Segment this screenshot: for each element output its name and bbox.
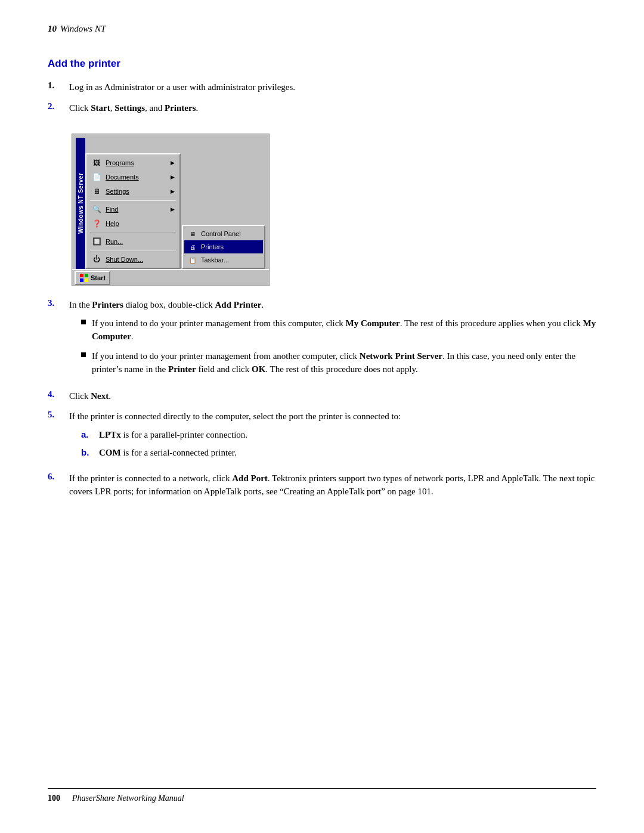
side-label: Windows NT Server (76, 138, 85, 269)
menu-find-label: Find (106, 206, 167, 213)
header-page-number: 10 (48, 24, 57, 34)
start-button[interactable]: Start (75, 271, 110, 285)
run-icon: 🔲 (91, 236, 102, 247)
controlpanel-icon: 🖥 (188, 229, 197, 239)
bullet-item-mycomputer: If you intend to do your printer managem… (81, 317, 596, 343)
taskbar-icon: 📋 (188, 255, 197, 265)
step-3-bullets: If you intend to do your printer managem… (69, 317, 596, 376)
svg-rect-1 (85, 274, 88, 277)
submenu-item-printers[interactable]: 🖨 Printers (184, 240, 263, 253)
bullet-square-icon-2 (81, 352, 86, 357)
step-1: 1. Log in as Administrator or a user wit… (48, 80, 596, 94)
alpha-item-com: b. COM is for a serial-connected printer… (81, 446, 596, 460)
start-button-label: Start (91, 274, 106, 281)
step-4-content: Click Next. (69, 389, 596, 403)
menu-programs-label: Programs (106, 159, 167, 166)
menu-separator-2 (90, 232, 176, 233)
step-5-content: If the printer is connected directly to … (69, 410, 596, 465)
bullet-networkprint-text: If you intend to do your printer managem… (92, 349, 596, 376)
menu-item-run[interactable]: 🔲 Run... (88, 234, 178, 249)
svg-rect-3 (85, 278, 88, 282)
step-6-num: 6. (48, 472, 69, 482)
steps-list-continued: 3. In the Printers dialog box, double-cl… (48, 298, 596, 498)
documents-icon: 📄 (91, 172, 102, 182)
step-2-num: 2. (48, 101, 69, 112)
step-6-content: If the printer is connected to a network… (69, 472, 596, 498)
find-arrow: ▶ (171, 206, 175, 212)
menu-item-documents[interactable]: 📄 Documents ▶ (88, 170, 178, 184)
svg-rect-2 (80, 278, 83, 282)
alpha-lptx-text: LPTx is for a parallel-printer connectio… (99, 428, 247, 442)
bullet-mycomputer-text: If you intend to do your printer managem… (92, 317, 596, 343)
taskbar: Start (72, 269, 269, 286)
step-2-content: Click Start, Settings, and Printers. (69, 101, 596, 115)
footer-doc-title: PhaserShare Networking Manual (72, 794, 184, 803)
step-4-num: 4. (48, 389, 69, 400)
step-1-num: 1. (48, 80, 69, 91)
page: 10 Windows NT Add the printer 1. Log in … (0, 0, 644, 833)
menu-item-settings[interactable]: 🖥 Settings ▶ (88, 184, 178, 199)
windows-nt-screenshot: Windows NT Server 🖼 Programs ▶ 📄 Documen… (72, 134, 270, 286)
submenu-printers-label: Printers (201, 243, 224, 250)
menu-separator-3 (90, 250, 176, 251)
submenu-item-taskbar[interactable]: 📋 Taskbar... (184, 253, 263, 267)
settings-icon: 🖥 (91, 186, 102, 197)
step-5-num: 5. (48, 410, 69, 420)
menu-separator-1 (90, 200, 176, 201)
step-5-alpha: a. LPTx is for a parallel-printer connec… (69, 428, 596, 460)
menu-shutdown-label: Shut Down... (106, 256, 175, 263)
step-3: 3. In the Printers dialog box, double-cl… (48, 298, 596, 382)
step-3-content: In the Printers dialog box, double-click… (69, 298, 596, 382)
alpha-b-label: b. (81, 446, 99, 460)
step-5: 5. If the printer is connected directly … (48, 410, 596, 465)
submenu-item-controlpanel[interactable]: 🖥 Control Panel (184, 227, 263, 240)
documents-arrow: ▶ (171, 174, 175, 180)
step-4: 4. Click Next. (48, 389, 596, 403)
help-icon: ❓ (91, 218, 102, 229)
submenu-taskbar-label: Taskbar... (201, 256, 229, 264)
main-popup-menu: 🖼 Programs ▶ 📄 Documents ▶ 🖥 Settings ▶ … (85, 153, 181, 269)
shutdown-icon: ⏻ (91, 254, 102, 265)
settings-submenu: 🖥 Control Panel 🖨 Printers 📋 Taskbar... (182, 225, 265, 269)
step-2: 2. Click Start, Settings, and Printers. (48, 101, 596, 115)
submenu-controlpanel-label: Control Panel (201, 230, 241, 237)
menu-item-help[interactable]: ❓ Help (88, 216, 178, 231)
menu-settings-label: Settings (106, 188, 167, 195)
find-icon: 🔍 (91, 204, 102, 215)
bullet-item-networkprint: If you intend to do your printer managem… (81, 349, 596, 376)
section-heading: Add the printer (48, 58, 596, 70)
menu-item-find[interactable]: 🔍 Find ▶ (88, 202, 178, 216)
settings-arrow: ▶ (171, 188, 175, 194)
step-3-num: 3. (48, 298, 69, 308)
windows-logo-icon (79, 273, 89, 283)
printers-icon: 🖨 (188, 242, 197, 252)
alpha-item-lptx: a. LPTx is for a parallel-printer connec… (81, 428, 596, 442)
menu-documents-label: Documents (106, 174, 167, 181)
menu-item-shutdown[interactable]: ⏻ Shut Down... (88, 252, 178, 267)
alpha-a-label: a. (81, 428, 99, 442)
menu-run-label: Run... (106, 238, 175, 245)
svg-rect-0 (80, 274, 83, 277)
page-header: 10 Windows NT (48, 24, 596, 34)
alpha-com-text: COM is for a serial-connected printer. (99, 446, 237, 460)
header-chapter-title: Windows NT (60, 24, 106, 34)
menu-help-label: Help (106, 220, 175, 227)
step-6: 6. If the printer is connected to a netw… (48, 472, 596, 498)
steps-list: 1. Log in as Administrator or a user wit… (48, 80, 596, 114)
page-footer: 100 PhaserShare Networking Manual (48, 788, 596, 803)
footer-page-number: 100 (48, 794, 60, 803)
step-1-content: Log in as Administrator or a user with a… (69, 80, 596, 94)
programs-arrow: ▶ (171, 160, 175, 166)
start-menu-area: Windows NT Server 🖼 Programs ▶ 📄 Documen… (72, 134, 269, 269)
bullet-square-icon (81, 320, 86, 324)
menu-item-programs[interactable]: 🖼 Programs ▶ (88, 156, 178, 170)
programs-icon: 🖼 (91, 157, 102, 168)
